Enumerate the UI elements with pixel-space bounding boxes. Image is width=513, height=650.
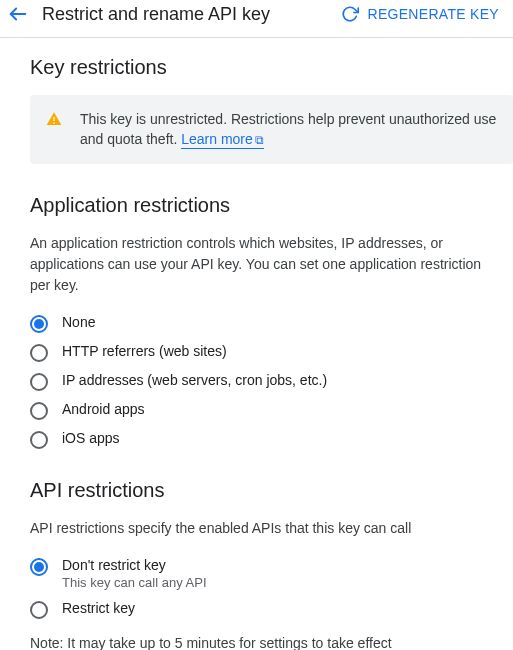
radio-icon: [30, 344, 48, 362]
page-title: Restrict and rename API key: [42, 4, 341, 25]
radio-icon: [30, 402, 48, 420]
back-button[interactable]: [4, 0, 32, 28]
radio-icon: [30, 558, 48, 576]
radio-icon: [30, 315, 48, 333]
api-restrictions-description: API restrictions specify the enabled API…: [30, 518, 483, 539]
page-header: Restrict and rename API key REGENERATE K…: [0, 0, 513, 38]
svg-rect-1: [53, 117, 54, 121]
key-restrictions-heading: Key restrictions: [30, 56, 483, 79]
radio-app-none[interactable]: None: [30, 314, 483, 333]
api-restrictions-radio-group: Don't restrict key This key can call any…: [30, 557, 483, 619]
regenerate-key-button[interactable]: REGENERATE KEY: [341, 5, 499, 23]
regenerate-key-label: REGENERATE KEY: [367, 6, 499, 22]
radio-icon: [30, 373, 48, 391]
radio-label: HTTP referrers (web sites): [62, 343, 227, 359]
app-restrictions-heading: Application restrictions: [30, 194, 483, 217]
radio-icon: [30, 601, 48, 619]
app-restrictions-description: An application restriction controls whic…: [30, 233, 483, 296]
warning-icon: [46, 111, 62, 130]
radio-label: Android apps: [62, 401, 145, 417]
external-link-icon: ⧉: [255, 133, 264, 147]
arrow-back-icon: [7, 3, 29, 25]
info-box: This key is unrestricted. Restrictions h…: [30, 95, 513, 164]
note-text: Note: It may take up to 5 minutes for se…: [30, 635, 483, 650]
refresh-icon: [341, 5, 359, 23]
radio-api-restrict[interactable]: Restrict key: [30, 600, 483, 619]
info-message: This key is unrestricted. Restrictions h…: [80, 111, 496, 147]
radio-app-android[interactable]: Android apps: [30, 401, 483, 420]
radio-app-http[interactable]: HTTP referrers (web sites): [30, 343, 483, 362]
radio-label: Don't restrict key: [62, 557, 166, 573]
api-restrictions-heading: API restrictions: [30, 479, 483, 502]
radio-label: None: [62, 314, 95, 330]
radio-api-dont-restrict[interactable]: Don't restrict key This key can call any…: [30, 557, 483, 590]
radio-sublabel: This key can call any API: [62, 575, 207, 590]
radio-app-ip[interactable]: IP addresses (web servers, cron jobs, et…: [30, 372, 483, 391]
app-restrictions-radio-group: None HTTP referrers (web sites) IP addre…: [30, 314, 483, 449]
learn-more-link[interactable]: Learn more⧉: [181, 131, 264, 149]
radio-label: iOS apps: [62, 430, 120, 446]
radio-label: IP addresses (web servers, cron jobs, et…: [62, 372, 327, 388]
radio-icon: [30, 431, 48, 449]
content: Key restrictions This key is unrestricte…: [0, 38, 513, 650]
svg-rect-2: [53, 122, 54, 123]
info-text: This key is unrestricted. Restrictions h…: [80, 109, 497, 150]
radio-label: Restrict key: [62, 600, 135, 616]
radio-app-ios[interactable]: iOS apps: [30, 430, 483, 449]
